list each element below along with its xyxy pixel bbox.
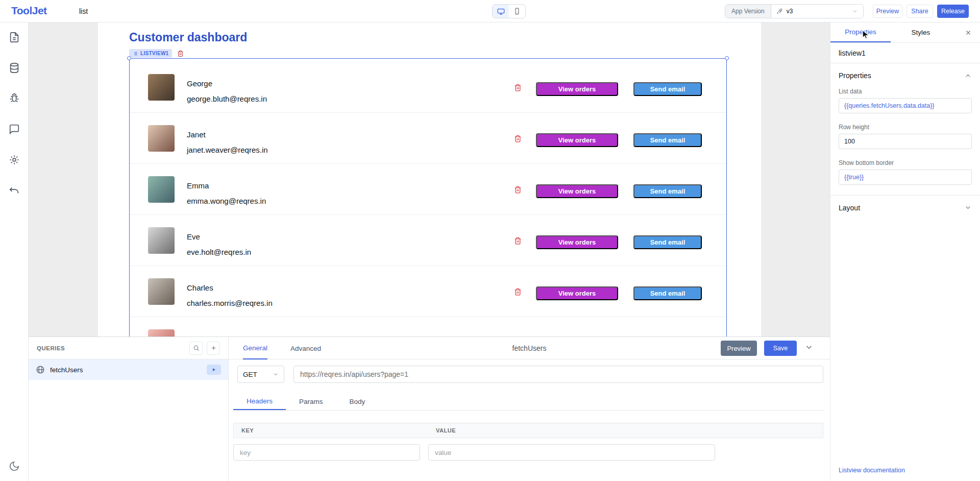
- top-header: ToolJet list App Version v3: [0, 0, 980, 22]
- delete-row-icon[interactable]: [514, 185, 522, 194]
- delete-row-icon[interactable]: [514, 134, 522, 143]
- properties-section-header[interactable]: Properties: [830, 63, 980, 88]
- customer-email: emma.wong@reqres.in: [187, 197, 266, 205]
- share-button[interactable]: Share: [906, 5, 933, 18]
- list-item: George george.bluth@reqres.in View order…: [130, 62, 726, 113]
- query-list-item-fetchusers[interactable]: fetchUsers: [29, 359, 228, 380]
- customer-email: george.bluth@reqres.in: [187, 94, 267, 103]
- send-email-button[interactable]: Send email: [633, 235, 702, 249]
- query-name: fetchUsers: [50, 366, 83, 374]
- database-icon[interactable]: [9, 62, 20, 74]
- avatar: [148, 125, 175, 152]
- list-icon: [133, 51, 138, 56]
- send-email-button[interactable]: Send email: [633, 82, 702, 96]
- close-icon[interactable]: [957, 22, 980, 42]
- headers-table-header: KEY VALUE: [233, 423, 823, 438]
- customer-name: Eve: [187, 232, 200, 241]
- dark-mode-toggle-moon-icon[interactable]: [9, 461, 20, 472]
- play-icon: [211, 367, 216, 372]
- settings-icon[interactable]: [9, 154, 20, 165]
- query-preview-button[interactable]: Preview: [721, 341, 757, 356]
- delete-row-icon[interactable]: [514, 236, 522, 245]
- view-orders-button[interactable]: View orders: [536, 184, 618, 198]
- query-editor: fetchUsers General Advanced Preview Save…: [229, 337, 830, 481]
- delete-widget-icon[interactable]: [177, 50, 184, 57]
- tab-body[interactable]: Body: [336, 393, 379, 410]
- resize-handle[interactable]: [127, 56, 131, 60]
- headers-input-row: [233, 444, 823, 461]
- view-orders-button[interactable]: View orders: [536, 286, 618, 300]
- app-canvas[interactable]: Customer dashboard LISTVIEW1: [98, 22, 761, 336]
- desktop-layout-button[interactable]: [493, 5, 509, 18]
- header-value-input[interactable]: [428, 444, 715, 461]
- layout-section-header[interactable]: Layout: [830, 195, 980, 220]
- pages-icon[interactable]: [9, 32, 20, 43]
- customer-email: eve.holt@reqres.in: [187, 248, 251, 256]
- bottom-border-input[interactable]: [839, 170, 972, 185]
- page-title-widget[interactable]: Customer dashboard: [129, 31, 247, 44]
- list-item: Emma emma.wong@reqres.in View orders Sen…: [130, 164, 726, 215]
- mobile-icon: [513, 8, 521, 15]
- avatar: [148, 329, 175, 336]
- mobile-layout-button[interactable]: [509, 5, 525, 18]
- customer-name: George: [187, 79, 212, 88]
- delete-row-icon[interactable]: [514, 83, 522, 92]
- version-select[interactable]: v3: [771, 5, 863, 18]
- customer-email: charles.morris@reqres.in: [187, 299, 273, 307]
- view-orders-button[interactable]: View orders: [536, 82, 618, 96]
- debugger-icon[interactable]: [9, 93, 20, 104]
- desktop-icon: [497, 8, 505, 15]
- view-orders-button[interactable]: View orders: [536, 133, 618, 147]
- tab-general[interactable]: General: [243, 337, 267, 359]
- plus-icon: [210, 345, 217, 351]
- send-email-button[interactable]: Send email: [633, 286, 702, 300]
- listview-widget[interactable]: George george.bluth@reqres.in View order…: [129, 58, 727, 336]
- header-key-input[interactable]: [233, 444, 420, 461]
- comments-icon[interactable]: [9, 124, 20, 135]
- method-select[interactable]: GET: [237, 366, 284, 383]
- release-button[interactable]: Release: [937, 5, 969, 18]
- url-input[interactable]: [293, 366, 823, 383]
- list-data-input[interactable]: [839, 98, 972, 113]
- undo-icon[interactable]: [9, 185, 20, 196]
- device-layout-toggle: [492, 4, 526, 18]
- chevron-down-icon: [964, 204, 972, 211]
- view-orders-button[interactable]: View orders: [536, 235, 618, 249]
- resize-handle[interactable]: [725, 56, 729, 60]
- customer-name: Janet: [187, 130, 206, 139]
- queries-title: QUERIES: [37, 345, 65, 351]
- add-query-button[interactable]: [207, 342, 220, 355]
- tab-advanced[interactable]: Advanced: [290, 337, 321, 359]
- query-panel: QUERIES fetchUsers: [29, 336, 830, 481]
- chevron-up-icon: [964, 72, 972, 80]
- tab-styles[interactable]: Styles: [891, 22, 951, 42]
- search-query-button[interactable]: [189, 342, 203, 355]
- send-email-button[interactable]: Send email: [633, 184, 702, 198]
- listview-documentation-link[interactable]: Listview documentation: [839, 467, 905, 474]
- tooljet-logo[interactable]: ToolJet: [11, 5, 47, 17]
- listview-rows: George george.bluth@reqres.in View order…: [130, 62, 726, 336]
- customer-email: janet.weaver@reqres.in: [187, 146, 268, 154]
- value-column-header: VALUE: [429, 427, 456, 434]
- collapse-panel-chevron-icon[interactable]: [804, 343, 814, 352]
- avatar: [148, 278, 175, 305]
- preview-button[interactable]: Preview: [873, 5, 902, 18]
- tab-headers[interactable]: Headers: [233, 393, 286, 410]
- query-save-button[interactable]: Save: [764, 341, 797, 356]
- send-email-button[interactable]: Send email: [633, 133, 702, 147]
- app-version-label: App Version: [725, 5, 771, 18]
- run-query-button[interactable]: [207, 365, 221, 375]
- delete-row-icon[interactable]: [514, 287, 522, 296]
- rest-api-icon: [36, 365, 45, 374]
- row-height-input[interactable]: [839, 134, 972, 149]
- list-data-label: List data: [839, 88, 972, 95]
- list-item: Eve eve.holt@reqres.in View orders Send …: [130, 215, 726, 266]
- avatar: [148, 227, 175, 254]
- tab-properties[interactable]: Properties: [830, 22, 891, 42]
- widget-selection-toolbar: LISTVIEW1: [129, 49, 184, 58]
- chevron-down-icon: [852, 8, 858, 14]
- avatar: [148, 176, 175, 203]
- widget-name-badge: LISTVIEW1: [129, 49, 172, 58]
- rocket-icon: [776, 8, 783, 15]
- tab-params[interactable]: Params: [286, 393, 336, 410]
